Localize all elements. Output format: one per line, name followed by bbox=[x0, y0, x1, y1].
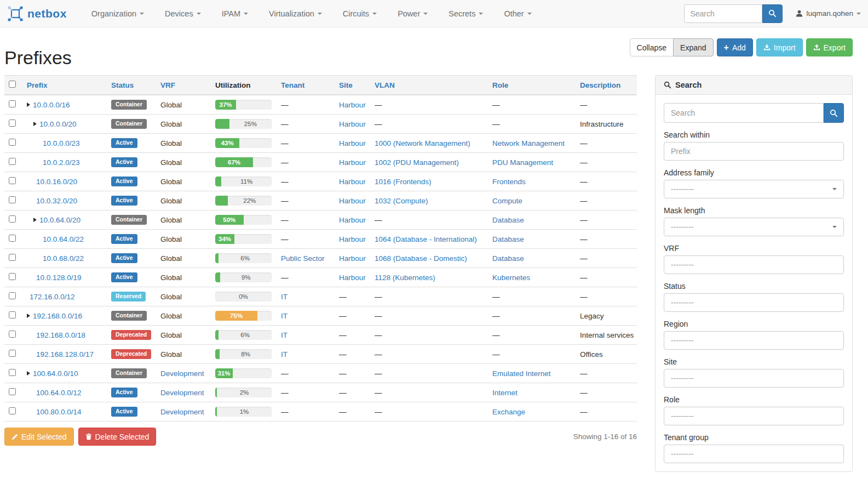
role-link[interactable]: PDU Management bbox=[492, 158, 553, 167]
row-checkbox[interactable] bbox=[9, 407, 16, 414]
vlan-link[interactable]: 1000 (Network Management) bbox=[375, 139, 470, 147]
row-checkbox[interactable] bbox=[9, 139, 16, 146]
site-link[interactable]: Harbour bbox=[339, 254, 366, 263]
menu-item-secrets[interactable]: Secrets bbox=[438, 9, 493, 18]
menu-item-organization[interactable]: Organization bbox=[81, 9, 154, 18]
site-link[interactable]: Harbour bbox=[339, 158, 366, 167]
prefix-link[interactable]: 10.0.128.0/19 bbox=[36, 274, 82, 282]
site-link[interactable]: Harbour bbox=[339, 139, 366, 147]
add-button[interactable]: + Add bbox=[717, 38, 753, 56]
role-link[interactable]: Database bbox=[492, 216, 524, 224]
row-checkbox[interactable] bbox=[9, 311, 16, 318]
column-header-role[interactable]: Role bbox=[488, 76, 576, 95]
column-header-status[interactable]: Status bbox=[107, 76, 156, 95]
site-link[interactable]: Harbour bbox=[339, 101, 366, 109]
column-header-description[interactable]: Description bbox=[576, 76, 637, 95]
filter-search-input[interactable] bbox=[664, 103, 824, 123]
prefix-link[interactable]: 100.64.0.0/12 bbox=[36, 389, 82, 397]
site-link[interactable]: Harbour bbox=[339, 197, 366, 205]
row-checkbox[interactable] bbox=[9, 273, 16, 280]
column-header-tenant[interactable]: Tenant bbox=[277, 76, 335, 95]
tenant-link[interactable]: IT bbox=[281, 350, 288, 358]
site-link[interactable]: Harbour bbox=[339, 235, 366, 243]
menu-item-ipam[interactable]: IPAM bbox=[211, 9, 258, 18]
import-button[interactable]: Import bbox=[756, 38, 803, 56]
vrf-link[interactable]: Development bbox=[160, 369, 204, 378]
tenant-link[interactable]: IT bbox=[281, 293, 288, 301]
row-checkbox[interactable] bbox=[9, 196, 16, 203]
vrf-select[interactable]: --------- bbox=[664, 255, 844, 274]
prefix-link[interactable]: 10.0.64.0/22 bbox=[43, 235, 84, 243]
address-family-select[interactable]: --------- bbox=[664, 180, 844, 198]
row-checkbox[interactable] bbox=[9, 100, 16, 107]
vlan-link[interactable]: 1002 (PDU Management) bbox=[375, 158, 459, 167]
tenant-link[interactable]: IT bbox=[281, 331, 288, 339]
role-link[interactable]: Database bbox=[492, 254, 524, 263]
menu-item-other[interactable]: Other bbox=[493, 9, 542, 18]
prefix-link[interactable]: 10.0.0.0/16 bbox=[33, 101, 70, 109]
column-header-site[interactable]: Site bbox=[335, 76, 370, 95]
role-link[interactable]: Exchange bbox=[492, 408, 525, 416]
role-link[interactable]: Network Management bbox=[492, 139, 565, 147]
site-link[interactable]: Harbour bbox=[339, 120, 366, 128]
menu-item-circuits[interactable]: Circuits bbox=[332, 9, 387, 18]
role-link[interactable]: Database bbox=[492, 235, 524, 243]
mask-length-select[interactable]: --------- bbox=[664, 218, 844, 236]
vrf-link[interactable]: Development bbox=[160, 389, 204, 397]
prefix-link[interactable]: 100.64.0.0/10 bbox=[33, 369, 78, 378]
site-select[interactable]: --------- bbox=[664, 369, 844, 388]
tenant-link[interactable]: IT bbox=[281, 312, 288, 320]
row-checkbox[interactable] bbox=[9, 350, 16, 357]
vlan-link[interactable]: 1016 (Frontends) bbox=[375, 178, 432, 186]
row-checkbox[interactable] bbox=[9, 177, 16, 184]
global-search-button[interactable] bbox=[762, 4, 783, 23]
netbox-brand[interactable]: netbox bbox=[7, 5, 67, 22]
edit-selected-button[interactable]: Edit Selected bbox=[4, 428, 74, 446]
row-checkbox[interactable] bbox=[9, 331, 16, 338]
column-header-prefix[interactable]: Prefix bbox=[22, 76, 107, 95]
row-checkbox[interactable] bbox=[9, 235, 16, 242]
prefix-link[interactable]: 10.0.64.0/20 bbox=[39, 216, 81, 224]
collapse-button[interactable]: Collapse bbox=[630, 38, 674, 56]
row-checkbox[interactable] bbox=[9, 292, 16, 299]
prefix-link[interactable]: 192.168.128.0/17 bbox=[36, 350, 94, 358]
site-link[interactable]: Harbour bbox=[339, 216, 366, 224]
prefix-link[interactable]: 100.80.0.0/14 bbox=[36, 408, 82, 416]
status-select[interactable]: --------- bbox=[664, 293, 844, 312]
select-all-checkbox[interactable] bbox=[9, 81, 16, 88]
tenant-group-select[interactable]: --------- bbox=[664, 445, 844, 463]
row-checkbox[interactable] bbox=[9, 158, 16, 165]
menu-item-devices[interactable]: Devices bbox=[154, 9, 211, 18]
row-checkbox[interactable] bbox=[9, 120, 16, 127]
user-menu[interactable]: luqman.qohen bbox=[796, 9, 861, 18]
prefix-link[interactable]: 10.0.32.0/20 bbox=[36, 197, 77, 205]
prefix-link[interactable]: 172.16.0.0/12 bbox=[30, 293, 75, 301]
role-link[interactable]: Emulated Internet bbox=[492, 369, 551, 378]
prefix-link[interactable]: 10.0.16.0/20 bbox=[36, 178, 77, 186]
column-header-vrf[interactable]: VRF bbox=[156, 76, 211, 95]
vlan-link[interactable]: 1064 (Database - International) bbox=[375, 235, 477, 243]
column-header-vlan[interactable]: VLAN bbox=[370, 76, 488, 95]
vlan-link[interactable]: 1032 (Compute) bbox=[375, 197, 428, 205]
delete-selected-button[interactable]: Delete Selected bbox=[78, 428, 157, 446]
role-link[interactable]: Internet bbox=[492, 389, 518, 397]
vrf-link[interactable]: Development bbox=[160, 408, 204, 416]
global-search-input[interactable] bbox=[684, 4, 762, 23]
prefix-link[interactable]: 10.0.2.0/23 bbox=[43, 158, 80, 167]
menu-item-virtualization[interactable]: Virtualization bbox=[258, 9, 332, 18]
vlan-link[interactable]: 1128 (Kubernetes) bbox=[375, 274, 435, 282]
prefix-link[interactable]: 192.168.0.0/16 bbox=[33, 312, 82, 320]
role-select[interactable]: --------- bbox=[664, 407, 844, 425]
prefix-link[interactable]: 10.0.68.0/22 bbox=[43, 254, 84, 263]
export-button[interactable]: Export bbox=[806, 38, 853, 56]
prefix-link[interactable]: 192.168.0.0/18 bbox=[36, 331, 85, 339]
row-checkbox[interactable] bbox=[9, 388, 16, 395]
prefix-link[interactable]: 10.0.0.0/20 bbox=[39, 120, 77, 128]
row-checkbox[interactable] bbox=[9, 369, 16, 376]
row-checkbox[interactable] bbox=[9, 254, 16, 261]
region-select[interactable]: --------- bbox=[664, 331, 844, 350]
filter-search-button[interactable] bbox=[824, 103, 844, 123]
role-link[interactable]: Kubernetes bbox=[492, 274, 530, 282]
site-link[interactable]: Harbour bbox=[339, 178, 366, 186]
tenant-link[interactable]: Public Sector bbox=[281, 254, 325, 263]
